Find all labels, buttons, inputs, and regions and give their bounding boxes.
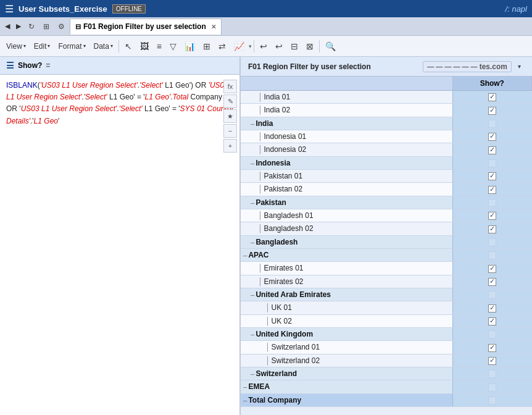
checkbox[interactable]	[488, 212, 496, 220]
checkbox[interactable]	[488, 317, 496, 325]
checkbox[interactable]	[488, 225, 496, 233]
table-row[interactable]: │India 02	[241, 104, 532, 117]
view-menu[interactable]: View ▾	[2, 40, 30, 52]
checkbox[interactable]	[488, 146, 496, 154]
checkbox-cell[interactable]	[452, 275, 531, 288]
funnel-icon[interactable]: ▽	[166, 39, 180, 54]
checkbox-cell[interactable]	[452, 183, 531, 196]
checkbox[interactable]	[488, 93, 496, 101]
expand-icon[interactable]: ─	[251, 121, 254, 127]
checkbox-cell[interactable]	[452, 117, 531, 130]
format-menu[interactable]: Format ▾	[54, 40, 89, 52]
filter-icon[interactable]: ≡	[153, 39, 165, 54]
table-row[interactable]: ─Indonesia	[241, 156, 532, 169]
table-row[interactable]: │India 01	[241, 91, 532, 104]
expand-icon[interactable]: ─	[251, 240, 254, 246]
checkbox[interactable]	[488, 120, 496, 128]
table-row[interactable]: ─APAC	[241, 248, 532, 261]
checkbox[interactable]	[488, 159, 496, 167]
checkbox[interactable]	[488, 384, 496, 392]
formula-btn-fx[interactable]: fx	[223, 80, 237, 93]
redo-icon[interactable]: ↩	[272, 39, 286, 54]
expand-icon[interactable]: ─	[243, 398, 247, 404]
checkbox[interactable]	[488, 304, 496, 312]
edit-menu[interactable]: Edit ▾	[30, 40, 54, 52]
checkbox-cell[interactable]	[452, 354, 531, 367]
checkbox[interactable]	[488, 330, 496, 338]
checkbox-cell[interactable]	[452, 156, 531, 169]
checkbox-cell[interactable]	[452, 288, 531, 301]
checkbox[interactable]	[488, 357, 496, 365]
table-row[interactable]: │Switzerland 01	[241, 341, 532, 354]
formula-btn-edit[interactable]: ✎	[223, 94, 237, 108]
checkbox-cell[interactable]	[452, 314, 531, 327]
checkbox[interactable]	[488, 172, 496, 180]
checkbox-cell[interactable]	[452, 393, 531, 406]
checkbox[interactable]	[488, 396, 496, 405]
checkbox[interactable]	[488, 238, 496, 246]
table-row[interactable]: │Bangladesh 02	[241, 222, 532, 235]
tab-f01[interactable]: ⊟ F01 Region Filter by user selection ✕	[70, 19, 222, 35]
checkbox[interactable]	[488, 199, 496, 207]
tab-nav-back[interactable]: ◀	[2, 21, 12, 31]
chart-bar-icon[interactable]: 📊	[181, 39, 199, 54]
table-row[interactable]: │Switzerland 02	[241, 354, 532, 367]
table-row[interactable]: ─United Kingdom	[241, 327, 532, 340]
tab-settings-icon[interactable]: ⚙	[54, 20, 69, 33]
table-row[interactable]: │Indonesia 01	[241, 130, 532, 143]
expand-icon[interactable]: ─	[251, 200, 254, 206]
checkbox[interactable]	[488, 265, 496, 273]
checkbox-cell[interactable]	[452, 301, 531, 314]
tab-refresh-icon[interactable]: ↻	[25, 20, 38, 33]
checkbox[interactable]	[488, 133, 496, 141]
image-icon[interactable]: 🖼	[136, 39, 152, 54]
table-row[interactable]: │Pakistan 02	[241, 183, 532, 196]
expand-icon[interactable]: ─	[251, 292, 254, 298]
expand-icon[interactable]: ─	[251, 161, 254, 167]
checkbox-cell[interactable]	[452, 341, 531, 354]
checkbox-cell[interactable]	[452, 169, 531, 182]
table-row[interactable]: │UK 02	[241, 314, 532, 327]
split-icon[interactable]: ⊟	[287, 39, 302, 54]
checkbox-cell[interactable]	[452, 104, 531, 117]
search-icon[interactable]: 🔍	[322, 39, 339, 54]
right-panel-table[interactable]: Show? │India 01│India 02─India│Indonesia…	[241, 77, 532, 415]
table-row[interactable]: ─India	[241, 117, 532, 130]
table-row[interactable]: │Emirates 01	[241, 262, 532, 275]
checkbox-cell[interactable]	[452, 262, 531, 275]
table-row[interactable]: │Bangladesh 01	[241, 209, 532, 222]
transform-icon[interactable]: ⇄	[215, 39, 230, 54]
checkbox-cell[interactable]	[452, 235, 531, 248]
table-row[interactable]: │Emirates 02	[241, 275, 532, 288]
tab-nav-forward[interactable]: ▶	[14, 21, 23, 31]
checkbox-cell[interactable]	[452, 143, 531, 156]
table-row[interactable]: ─EMEA	[241, 380, 532, 393]
checkbox-cell[interactable]	[452, 222, 531, 235]
expand-icon[interactable]: ─	[251, 371, 254, 377]
table-row[interactable]: │Indonesia 02	[241, 143, 532, 156]
table-row[interactable]: ─Switzerland	[241, 367, 532, 380]
dropdown-btn[interactable]: ▾	[514, 61, 525, 72]
tab-grid-icon[interactable]: ⊞	[39, 20, 53, 33]
table-row[interactable]: ─Bangladesh	[241, 235, 532, 248]
formula-btn-minus[interactable]: −	[223, 124, 237, 138]
formula-btn-plus[interactable]: +	[223, 139, 237, 153]
dock-icon[interactable]: ⊠	[302, 39, 317, 54]
checkbox[interactable]	[488, 344, 496, 352]
menu-icon[interactable]: ☰	[5, 3, 14, 15]
checkbox[interactable]	[488, 291, 496, 299]
checkbox[interactable]	[488, 251, 496, 259]
formula-btn-star[interactable]: ★	[223, 109, 237, 123]
table-row[interactable]: ─United Arab Emirates	[241, 288, 532, 301]
table-row[interactable]: ─Total Company	[241, 393, 532, 406]
expand-icon[interactable]: ─	[243, 384, 247, 390]
checkbox[interactable]	[488, 278, 496, 286]
table-icon[interactable]: ⊞	[199, 39, 214, 54]
checkbox-cell[interactable]	[452, 196, 531, 209]
expand-icon[interactable]: ─	[243, 253, 247, 259]
checkbox[interactable]	[488, 186, 496, 194]
checkbox-cell[interactable]	[452, 130, 531, 143]
checkbox-cell[interactable]	[452, 91, 531, 104]
checkbox-cell[interactable]	[452, 380, 531, 393]
tab-close-icon[interactable]: ✕	[211, 23, 216, 30]
